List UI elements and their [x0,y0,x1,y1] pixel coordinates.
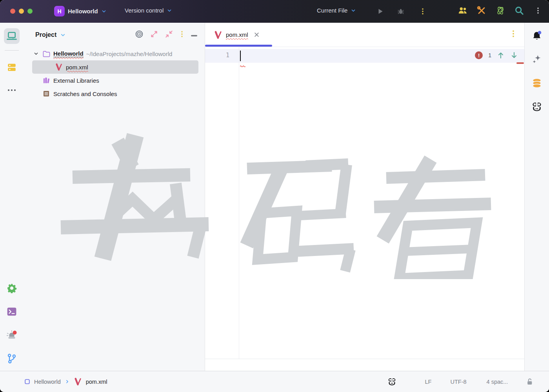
list-icon [7,62,17,73]
active-tab-indicator [205,45,272,47]
project-name: Helloworld [68,8,98,15]
project-widget[interactable]: H Helloworld [54,6,107,16]
minimize-window-button[interactable] [19,9,24,14]
target-icon [135,30,144,38]
database-button[interactable] [529,75,545,91]
services-toolwindow-button[interactable] [4,280,20,296]
ai-robot-plugin-button[interactable] [529,99,545,114]
error-badge-icon: ! [475,51,483,59]
more-toolwindows-button[interactable] [4,82,20,98]
problems-toolwindow-button[interactable] [4,327,20,343]
project-tree: Helloworld ~/IdeaProjects/mazhe/Hellowor… [24,47,205,100]
tabbar-more-button[interactable] [511,30,516,39]
project-badge: H [54,6,65,16]
tree-row-scratches[interactable]: Scratches and Consoles [24,87,205,100]
window-more-button[interactable] [533,6,543,15]
sparkle-icon [531,54,542,65]
chevron-down-icon[interactable] [60,32,66,38]
encoding-widget[interactable]: UTF-8 [446,371,471,392]
kebab-icon [180,31,184,38]
coins-icon [531,78,542,89]
text-caret [240,51,241,61]
indent-widget[interactable]: 4 spac... [482,371,513,392]
kebab-icon [511,30,516,38]
editor-tabbar: pom.xml [205,23,524,47]
ellipsis-icon [7,89,16,91]
play-icon [377,8,384,15]
maven-file-icon [74,377,82,386]
terminal-toolwindow-button[interactable] [4,304,20,319]
quick-tools-button[interactable] [477,6,486,15]
breadcrumb-file[interactable]: pom.xml [86,379,107,385]
next-problem-arrow-icon[interactable] [510,51,518,59]
tab-title: pom.xml [226,31,248,38]
hide-panel-button[interactable] [191,31,198,38]
statusbar-ai-robot-button[interactable] [385,371,398,392]
left-toolwindow-rail [0,23,24,371]
line-number: 1 [205,52,229,59]
error-stripe-mark[interactable] [516,62,524,64]
debug-button[interactable] [396,7,405,16]
vcs-toolwindow-button[interactable] [4,351,20,367]
collapse-all-button[interactable] [165,30,173,40]
chevron-down-icon [351,8,356,13]
tree-row-external-libraries[interactable]: External Libraries [24,74,205,87]
run-config-widget[interactable]: Current File [317,7,356,14]
titlebar: H Helloworld Version control Current Fil… [0,0,549,23]
panel-more-button[interactable] [180,31,184,39]
tree-row-root[interactable]: Helloworld ~/IdeaProjects/mazhe/Hellowor… [24,47,205,60]
tree-scratches-label: Scratches and Consoles [53,91,117,97]
project-panel-title: Project [35,31,56,38]
tab-close-button[interactable] [254,32,259,37]
search-everywhere-button[interactable] [514,6,524,15]
expand-all-button[interactable] [150,30,158,40]
tree-pom-label: pom.xml [66,64,88,71]
project-toolwindow-button[interactable] [4,28,20,44]
editor-area: pom.xml 1 ! 1 [205,23,524,371]
bug-icon [397,8,404,15]
chevron-down-icon [167,8,172,13]
locate-file-button[interactable] [135,30,144,40]
run-button[interactable] [376,7,385,16]
error-squiggle [240,62,245,69]
gutter-separator [239,47,239,359]
close-window-button[interactable] [10,9,15,14]
code-with-me-button[interactable] [458,6,467,15]
tree-row-pom[interactable]: pom.xml [32,60,198,74]
module-icon [24,379,30,385]
readonly-toggle[interactable] [524,371,535,392]
ai-assistant-button[interactable] [529,52,545,67]
version-control-widget[interactable]: Version control [125,7,172,14]
zoom-window-button[interactable] [27,9,33,14]
inspection-widget[interactable]: ! 1 [475,51,518,59]
chevron-down-icon [101,9,107,14]
project-panel-header: Project [24,23,205,47]
bell-icon [531,31,542,42]
tools-icon [477,5,486,16]
unlock-icon [526,378,533,385]
prev-problem-arrow-icon[interactable] [497,51,505,59]
kebab-icon [535,7,541,14]
chevron-expanded-icon[interactable] [33,51,39,56]
structure-toolwindow-button[interactable] [4,60,20,75]
robot-icon [531,101,543,112]
search-icon [514,6,524,15]
ide-window: H Helloworld Version control Current Fil… [0,0,549,392]
minus-icon [191,34,198,37]
breadcrumb: Helloworld pom.xml [24,371,107,392]
terminal-icon [7,307,17,316]
right-toolwindow-rail [524,23,549,371]
tree-root-name: Helloworld [53,50,84,57]
atom-icon [496,5,505,16]
maven-file-icon [55,63,63,71]
notifications-button[interactable] [529,28,545,44]
scratches-icon [42,90,50,97]
atom-plugin-button[interactable] [496,6,505,15]
close-icon [254,32,259,37]
run-more-button[interactable] [418,7,427,16]
editor-body[interactable]: 1 ! 1 [205,47,524,359]
breadcrumb-project[interactable]: Helloworld [34,379,61,385]
error-count: 1 [488,52,491,58]
tab-pom-xml[interactable]: pom.xml [205,23,272,47]
line-separator-widget[interactable]: LF [420,371,436,392]
